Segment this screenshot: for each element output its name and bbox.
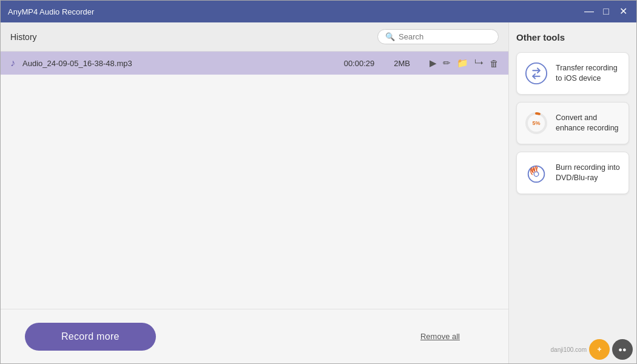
transfer-label: Transfer recordingto iOS device [556,63,618,84]
recording-list: ♪ Audio_24-09-05_16-38-48.mp3 00:00:29 2… [1,52,508,309]
transfer-tool-card[interactable]: Transfer recordingto iOS device [516,52,629,95]
svg-point-0 [526,63,547,84]
other-tools-title: Other tools [516,32,629,42]
minimize-button[interactable]: — [583,5,595,18]
transfer-icon [524,61,548,86]
burn-label: Burn recording intoDVD/Blu-ray [556,163,620,184]
table-row[interactable]: ♪ Audio_24-09-05_16-38-48.mp3 00:00:29 2… [1,52,508,75]
watermark-url: danji100.com [551,346,587,353]
history-label: History [10,32,37,42]
recording-actions: ▶ ✏ 📁 ⮡ 🗑 [430,58,499,69]
watermark-icon: + [589,339,610,360]
watermark-logo: ●● [612,339,633,360]
progress-text: 5% [532,120,540,126]
recording-size: 2MB [394,59,410,68]
close-button[interactable]: ✕ [617,5,629,18]
convert-icon: 5% [524,111,548,135]
play-icon[interactable]: ▶ [430,58,437,69]
delete-icon[interactable]: 🗑 [490,58,499,69]
burn-icon [524,161,548,185]
share-icon[interactable]: ⮡ [474,58,484,69]
folder-icon[interactable]: 📁 [457,58,468,69]
window-controls: — □ ✕ [583,5,629,18]
remove-all-link[interactable]: Remove all [420,332,460,341]
convert-label: Convert andenhance recording [556,113,619,134]
edit-icon[interactable]: ✏ [443,58,451,69]
right-panel: Other tools Transfer recordingto iOS dev… [509,22,636,363]
svg-point-4 [534,172,539,177]
music-icon: ♪ [10,58,15,69]
convert-tool-card[interactable]: 5% Convert andenhance recording [516,102,629,144]
app-title: AnyMP4 Audio Recorder [8,7,583,16]
bottom-area: Record more Remove all [1,309,508,363]
search-icon: 🔍 [385,32,395,41]
left-panel: History 🔍 ♪ Audio_24-09-05_16-38-48.mp3 … [1,22,509,363]
watermark: danji100.com + ●● [551,339,633,360]
header-bar: History 🔍 [1,22,508,52]
main-layout: History 🔍 ♪ Audio_24-09-05_16-38-48.mp3 … [1,22,636,363]
recording-duration: 00:00:29 [344,59,375,68]
burn-tool-card[interactable]: Burn recording intoDVD/Blu-ray [516,152,629,194]
search-box[interactable]: 🔍 [377,29,499,44]
title-bar: AnyMP4 Audio Recorder — □ ✕ [1,1,636,22]
search-input[interactable] [399,32,484,41]
record-more-button[interactable]: Record more [25,323,156,351]
recording-name: Audio_24-09-05_16-38-48.mp3 [22,59,337,68]
maximize-button[interactable]: □ [600,5,612,18]
